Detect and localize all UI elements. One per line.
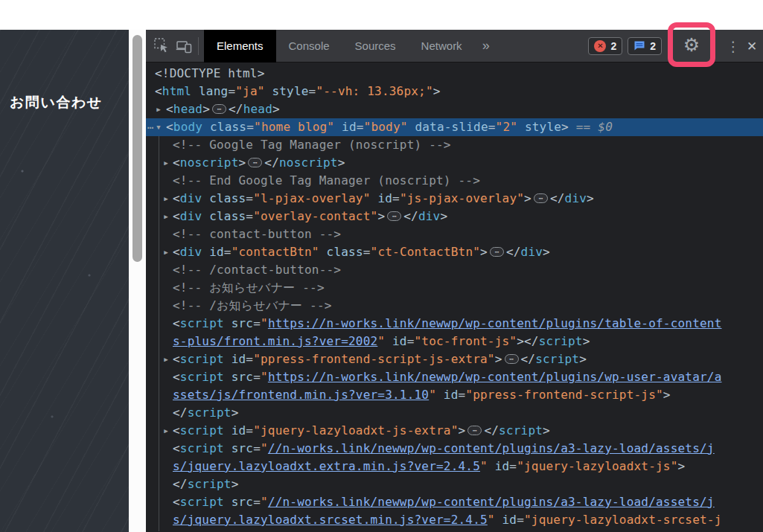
code-token: < bbox=[173, 370, 180, 384]
ellipsis-expand-button[interactable]: ⋯ bbox=[534, 193, 548, 203]
code-token: <!-- Google Tag Manager (noscript) --> bbox=[173, 138, 451, 152]
code-token: "ja" bbox=[235, 84, 264, 98]
dom-tree-node[interactable]: s/jquery.lazyloadxt.extra.min.js?ver=2.4… bbox=[146, 458, 763, 475]
expand-arrow-icon[interactable]: ▶ bbox=[162, 208, 170, 225]
code-token: > bbox=[232, 406, 239, 420]
code-token: <!-- /お知らせバナー --> bbox=[173, 298, 332, 313]
dom-tree-node[interactable]: <!DOCTYPE html> bbox=[146, 65, 763, 83]
dom-tree-node[interactable]: <html lang="ja" style="--vh: 13.36px;"> bbox=[146, 83, 763, 100]
code-token: > bbox=[678, 459, 686, 473]
selected-dom-node[interactable]: ⋯▼<body class="home blog" id="body" data… bbox=[146, 118, 763, 136]
code-token: > bbox=[579, 352, 587, 366]
code-token: id bbox=[342, 120, 357, 134]
dom-tree-node[interactable]: s"></script> bbox=[146, 529, 763, 531]
expand-arrow-icon[interactable]: ▶ bbox=[162, 422, 170, 440]
code-token: < bbox=[166, 120, 173, 134]
ellipsis-expand-button[interactable]: ⋯ bbox=[212, 104, 226, 114]
dom-tree-node[interactable]: <!-- /お知らせバナー --> bbox=[146, 297, 763, 315]
resource-link[interactable]: //n-works.link/newwp/wp-content/plugins/… bbox=[268, 495, 715, 509]
code-token: script bbox=[180, 352, 224, 366]
dom-tree-node[interactable]: ▶<script id="jquery-lazyloadxt-js-extra"… bbox=[146, 422, 763, 440]
scrollbar-thumb[interactable] bbox=[133, 35, 142, 262]
dom-tree-node[interactable]: <script src="https://n-works.link/newwp/… bbox=[146, 368, 763, 386]
ellipsis-expand-button[interactable]: ⋯ bbox=[387, 211, 401, 221]
code-token bbox=[265, 84, 272, 98]
dom-tree-node[interactable]: ▶<head>⋯</head> bbox=[146, 100, 763, 118]
close-devtools-button[interactable]: ✕ bbox=[742, 38, 762, 54]
ellipsis-expand-button[interactable]: ⋯ bbox=[467, 426, 482, 435]
expand-arrow-icon[interactable]: ▶ bbox=[162, 350, 170, 368]
code-token: = bbox=[253, 370, 261, 384]
page-scrollbar[interactable] bbox=[129, 30, 146, 532]
code-token: " bbox=[377, 334, 385, 348]
inspect-element-button[interactable] bbox=[150, 34, 173, 58]
resource-link[interactable]: ssets/js/frontend.min.js?ver=3.1.10 bbox=[173, 388, 429, 402]
code-token: head bbox=[173, 102, 202, 116]
expand-arrow-icon[interactable]: ▶ bbox=[162, 243, 170, 261]
code-token: > bbox=[480, 245, 488, 259]
issues-count-badge[interactable]: 2 bbox=[628, 37, 662, 55]
code-token: script bbox=[539, 334, 583, 348]
tab-console[interactable]: Console bbox=[276, 30, 342, 63]
expand-arrow-icon[interactable]: ▶ bbox=[162, 154, 170, 172]
error-count-badge[interactable]: ✕ 2 bbox=[588, 37, 622, 55]
ellipsis-expand-button[interactable]: ⋯ bbox=[248, 158, 262, 167]
code-token: div bbox=[180, 245, 202, 259]
expand-arrow-icon[interactable]: ▶ bbox=[162, 190, 170, 208]
code-token: > bbox=[583, 334, 590, 348]
dom-tree-node[interactable]: <script src="https://n-works.link/newwp/… bbox=[146, 315, 763, 333]
more-tabs-button[interactable]: » bbox=[475, 38, 496, 54]
overflow-menu-button[interactable]: ⋮ bbox=[724, 37, 742, 54]
tab-elements[interactable]: Elements bbox=[204, 30, 276, 63]
dom-tree-node[interactable]: <script src="//n-works.link/newwp/wp-con… bbox=[146, 493, 763, 511]
contact-heading: お問い合わせ bbox=[10, 93, 103, 112]
code-token: < bbox=[166, 102, 173, 116]
code-token: script bbox=[499, 423, 543, 438]
resource-link[interactable]: s/jquery.lazyloadxt.extra.min.js?ver=2.4… bbox=[173, 459, 480, 473]
code-token bbox=[488, 459, 495, 473]
dom-tree-node[interactable]: ssets/js/frontend.min.js?ver=3.1.10" id=… bbox=[146, 386, 763, 404]
ellipsis-expand-button[interactable]: ⋯ bbox=[505, 354, 519, 364]
dom-tree-node[interactable]: s-plus/front.min.js?ver=2002" id="toc-fr… bbox=[146, 333, 763, 350]
code-token: = bbox=[363, 245, 371, 259]
dom-tree-node[interactable]: ▶<div id="contactBtn" class="ct-ContactB… bbox=[146, 243, 763, 261]
dom-tree-node[interactable]: ▶<script id="ppress-frontend-script-js-e… bbox=[146, 350, 763, 368]
settings-button[interactable]: ⚙ bbox=[683, 36, 700, 54]
dom-tree-node[interactable]: <!-- お知らせバナー --> bbox=[146, 279, 763, 297]
code-token: = bbox=[253, 495, 261, 509]
code-token: div bbox=[521, 245, 543, 259]
resource-link[interactable]: s-plus/front.min.js?ver=2002 bbox=[173, 334, 377, 348]
devtools-toolbar: ElementsConsoleSourcesNetwork » ✕ 2 2 bbox=[146, 30, 763, 63]
code-token: script bbox=[180, 423, 224, 438]
code-token: "ppress-frontend-script-js" bbox=[465, 388, 663, 402]
dom-tree-node[interactable]: </script> bbox=[146, 475, 763, 493]
dom-tree-node[interactable]: <script src="//n-works.link/newwp/wp-con… bbox=[146, 440, 763, 458]
tab-sources[interactable]: Sources bbox=[342, 30, 409, 63]
expand-arrow-icon[interactable]: ▶ bbox=[154, 100, 163, 118]
code-token: id bbox=[232, 423, 246, 438]
node-overflow-dots-icon[interactable]: ⋯ bbox=[147, 118, 154, 136]
collapse-arrow-icon[interactable]: ▼ bbox=[154, 118, 163, 136]
resource-link[interactable]: s/jquery.lazyloadxt.srcset.min.js?ver=2.… bbox=[173, 513, 488, 527]
dom-tree-node[interactable]: s/jquery.lazyloadxt.srcset.min.js?ver=2.… bbox=[146, 511, 763, 529]
dom-tree-node[interactable]: <!-- contact-button --> bbox=[146, 225, 763, 243]
dom-tree-node[interactable]: <!-- /contact-button--> bbox=[146, 261, 763, 279]
resource-link[interactable]: //n-works.link/newwp/wp-content/plugins/… bbox=[268, 441, 715, 455]
dom-tree-node[interactable]: ▶<div class="l-pjax-overlay" id="js-pjax… bbox=[146, 190, 763, 208]
tab-network[interactable]: Network bbox=[409, 30, 475, 63]
code-token: = bbox=[246, 120, 254, 134]
dom-tree-node[interactable]: <!-- End Google Tag Manager (noscript) -… bbox=[146, 172, 763, 190]
dom-tree-node[interactable]: </script> bbox=[146, 404, 763, 422]
dom-tree-node[interactable]: ▶<noscript>⋯</noscript> bbox=[146, 154, 763, 172]
dom-tree-node[interactable]: <!-- Google Tag Manager (noscript) --> bbox=[146, 136, 763, 154]
code-token: > bbox=[338, 156, 345, 170]
ellipsis-expand-button[interactable]: ⋯ bbox=[490, 247, 504, 257]
code-token: > bbox=[272, 102, 280, 116]
resource-link[interactable]: https://n-works.link/newwp/wp-content/pl… bbox=[268, 316, 722, 330]
device-toolbar-button[interactable] bbox=[173, 34, 195, 58]
dom-tree-node[interactable]: ▶<div class="overlay-contact">⋯</div> bbox=[146, 208, 763, 225]
resource-link[interactable]: https://n-works.link/newwp/wp-content/pl… bbox=[268, 370, 722, 384]
code-token: > bbox=[524, 191, 531, 205]
code-token: "overlay-contact" bbox=[253, 209, 377, 223]
code-token: id bbox=[232, 352, 246, 366]
